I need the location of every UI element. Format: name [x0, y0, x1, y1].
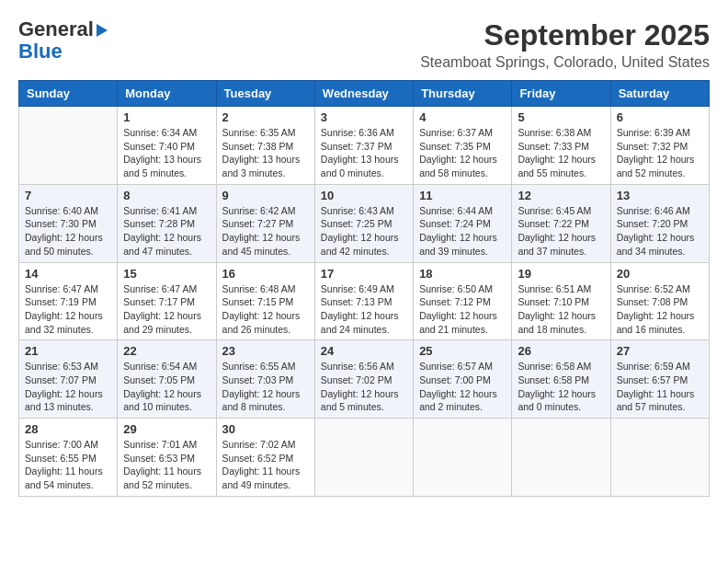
col-friday: Friday: [512, 81, 610, 107]
title-block: September 2025 Steamboat Springs, Colora…: [420, 18, 710, 71]
day-number: 20: [617, 267, 703, 281]
table-row: [610, 419, 709, 497]
calendar-table: Sunday Monday Tuesday Wednesday Thursday…: [18, 80, 710, 497]
table-row: 13Sunrise: 6:46 AM Sunset: 7:20 PM Dayli…: [610, 184, 709, 262]
table-row: 20Sunrise: 6:52 AM Sunset: 7:08 PM Dayli…: [610, 262, 709, 340]
table-row: 4Sunrise: 6:37 AM Sunset: 7:35 PM Daylig…: [414, 107, 512, 185]
table-row: [512, 419, 610, 497]
day-number: 26: [518, 344, 604, 358]
day-info: Sunrise: 6:58 AM Sunset: 6:58 PM Dayligh…: [518, 360, 604, 414]
table-row: [414, 419, 512, 497]
day-number: 11: [419, 189, 506, 202]
table-row: 26Sunrise: 6:58 AM Sunset: 6:58 PM Dayli…: [512, 340, 610, 419]
day-number: 7: [25, 189, 111, 202]
table-row: 12Sunrise: 6:45 AM Sunset: 7:22 PM Dayli…: [512, 184, 610, 262]
day-info: Sunrise: 6:47 AM Sunset: 7:17 PM Dayligh…: [123, 282, 210, 337]
day-info: Sunrise: 6:34 AM Sunset: 7:40 PM Dayligh…: [123, 126, 210, 180]
table-row: 29Sunrise: 7:01 AM Sunset: 6:53 PM Dayli…: [118, 419, 216, 497]
day-number: 1: [123, 110, 210, 124]
day-info: Sunrise: 6:43 AM Sunset: 7:25 PM Dayligh…: [321, 204, 407, 259]
day-info: Sunrise: 6:48 AM Sunset: 7:15 PM Dayligh…: [222, 282, 309, 337]
day-number: 4: [419, 110, 506, 124]
col-monday: Monday: [118, 81, 216, 107]
day-info: Sunrise: 6:39 AM Sunset: 7:32 PM Dayligh…: [617, 126, 703, 180]
day-info: Sunrise: 6:52 AM Sunset: 7:08 PM Dayligh…: [617, 282, 703, 337]
day-number: 3: [321, 110, 407, 124]
day-info: Sunrise: 6:38 AM Sunset: 7:33 PM Dayligh…: [518, 126, 604, 180]
table-row: 7Sunrise: 6:40 AM Sunset: 7:30 PM Daylig…: [19, 184, 118, 262]
day-info: Sunrise: 6:46 AM Sunset: 7:20 PM Dayligh…: [617, 204, 703, 259]
day-number: 22: [123, 344, 210, 358]
day-number: 6: [617, 110, 703, 124]
calendar-week-row: 28Sunrise: 7:00 AM Sunset: 6:55 PM Dayli…: [19, 419, 710, 497]
day-number: 21: [25, 344, 111, 358]
col-saturday: Saturday: [610, 81, 709, 107]
day-number: 16: [222, 267, 309, 281]
day-number: 25: [419, 344, 506, 358]
day-number: 12: [518, 189, 604, 202]
page-subtitle: Steamboat Springs, Colorado, United Stat…: [420, 54, 710, 71]
day-number: 18: [419, 267, 506, 281]
table-row: 18Sunrise: 6:50 AM Sunset: 7:12 PM Dayli…: [414, 262, 512, 340]
table-row: 19Sunrise: 6:51 AM Sunset: 7:10 PM Dayli…: [512, 262, 610, 340]
day-info: Sunrise: 6:56 AM Sunset: 7:02 PM Dayligh…: [321, 360, 407, 414]
table-row: 21Sunrise: 6:53 AM Sunset: 7:07 PM Dayli…: [19, 340, 118, 419]
page-title: September 2025: [420, 18, 710, 52]
day-info: Sunrise: 6:40 AM Sunset: 7:30 PM Dayligh…: [25, 204, 111, 259]
day-number: 28: [25, 422, 111, 436]
day-number: 29: [123, 422, 210, 436]
day-number: 13: [617, 189, 703, 202]
day-info: Sunrise: 6:36 AM Sunset: 7:37 PM Dayligh…: [321, 126, 407, 180]
day-info: Sunrise: 7:01 AM Sunset: 6:53 PM Dayligh…: [123, 438, 210, 492]
day-number: 15: [123, 267, 210, 281]
logo-general: General: [18, 17, 94, 40]
col-tuesday: Tuesday: [216, 81, 314, 107]
table-row: 6Sunrise: 6:39 AM Sunset: 7:32 PM Daylig…: [610, 107, 709, 185]
col-sunday: Sunday: [19, 81, 118, 107]
day-info: Sunrise: 6:53 AM Sunset: 7:07 PM Dayligh…: [25, 360, 111, 414]
day-number: 8: [123, 189, 210, 202]
day-number: 24: [321, 344, 407, 358]
col-thursday: Thursday: [414, 81, 512, 107]
table-row: 3Sunrise: 6:36 AM Sunset: 7:37 PM Daylig…: [314, 107, 413, 185]
day-number: 19: [518, 267, 604, 281]
table-row: [314, 419, 413, 497]
table-row: 5Sunrise: 6:38 AM Sunset: 7:33 PM Daylig…: [512, 107, 610, 185]
table-row: 11Sunrise: 6:44 AM Sunset: 7:24 PM Dayli…: [414, 184, 512, 262]
day-number: 17: [321, 267, 407, 281]
table-row: 16Sunrise: 6:48 AM Sunset: 7:15 PM Dayli…: [216, 262, 314, 340]
table-row: 10Sunrise: 6:43 AM Sunset: 7:25 PM Dayli…: [314, 184, 413, 262]
table-row: 15Sunrise: 6:47 AM Sunset: 7:17 PM Dayli…: [118, 262, 216, 340]
day-info: Sunrise: 6:49 AM Sunset: 7:13 PM Dayligh…: [321, 282, 407, 337]
table-row: 14Sunrise: 6:47 AM Sunset: 7:19 PM Dayli…: [19, 262, 118, 340]
page-header: General Blue September 2025 Steamboat Sp…: [18, 18, 710, 71]
table-row: 25Sunrise: 6:57 AM Sunset: 7:00 PM Dayli…: [414, 340, 512, 419]
day-info: Sunrise: 6:37 AM Sunset: 7:35 PM Dayligh…: [419, 126, 506, 180]
col-wednesday: Wednesday: [314, 81, 413, 107]
table-row: 22Sunrise: 6:54 AM Sunset: 7:05 PM Dayli…: [118, 340, 216, 419]
logo-blue: Blue: [18, 40, 108, 63]
table-row: 17Sunrise: 6:49 AM Sunset: 7:13 PM Dayli…: [314, 262, 413, 340]
day-info: Sunrise: 6:57 AM Sunset: 7:00 PM Dayligh…: [419, 360, 506, 414]
day-info: Sunrise: 6:55 AM Sunset: 7:03 PM Dayligh…: [222, 360, 309, 414]
calendar-header-row: Sunday Monday Tuesday Wednesday Thursday…: [19, 81, 710, 107]
day-number: 23: [222, 344, 309, 358]
calendar-week-row: 7Sunrise: 6:40 AM Sunset: 7:30 PM Daylig…: [19, 184, 710, 262]
day-info: Sunrise: 7:02 AM Sunset: 6:52 PM Dayligh…: [222, 438, 309, 492]
day-number: 14: [25, 267, 111, 281]
table-row: 27Sunrise: 6:59 AM Sunset: 6:57 PM Dayli…: [610, 340, 709, 419]
day-info: Sunrise: 6:51 AM Sunset: 7:10 PM Dayligh…: [518, 282, 604, 337]
table-row: 1Sunrise: 6:34 AM Sunset: 7:40 PM Daylig…: [118, 107, 216, 185]
day-info: Sunrise: 6:54 AM Sunset: 7:05 PM Dayligh…: [123, 360, 210, 414]
day-info: Sunrise: 6:45 AM Sunset: 7:22 PM Dayligh…: [518, 204, 604, 259]
day-number: 10: [321, 189, 407, 202]
table-row: 9Sunrise: 6:42 AM Sunset: 7:27 PM Daylig…: [216, 184, 314, 262]
table-row: 8Sunrise: 6:41 AM Sunset: 7:28 PM Daylig…: [118, 184, 216, 262]
day-number: 30: [222, 422, 309, 436]
table-row: 2Sunrise: 6:35 AM Sunset: 7:38 PM Daylig…: [216, 107, 314, 185]
table-row: [19, 107, 118, 185]
calendar-week-row: 1Sunrise: 6:34 AM Sunset: 7:40 PM Daylig…: [19, 107, 710, 185]
day-info: Sunrise: 6:59 AM Sunset: 6:57 PM Dayligh…: [617, 360, 703, 414]
table-row: 28Sunrise: 7:00 AM Sunset: 6:55 PM Dayli…: [19, 419, 118, 497]
day-number: 27: [617, 344, 703, 358]
